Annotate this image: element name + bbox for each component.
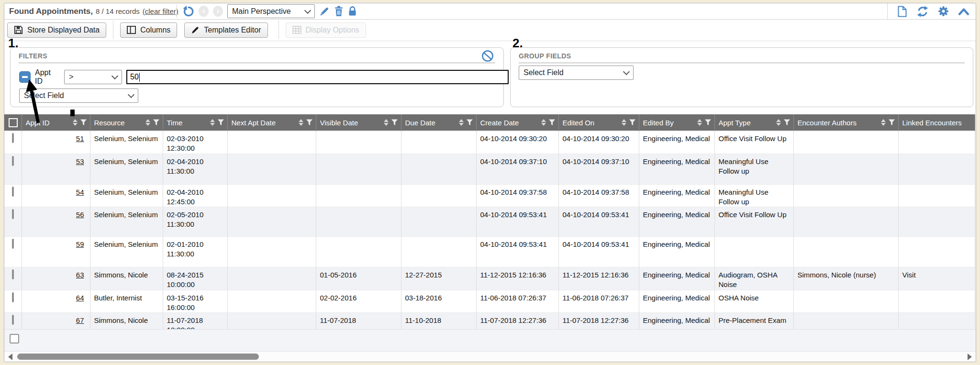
filter-funnel-icon[interactable] [783, 119, 791, 126]
scrollbar-thumb[interactable] [17, 354, 259, 360]
sort-icon[interactable] [145, 119, 150, 126]
appt-id-link[interactable]: 59 [76, 240, 84, 248]
next-perspective-icon[interactable]: › [213, 6, 223, 17]
appt-id-link[interactable]: 67 [76, 316, 84, 324]
filter-funnel-icon[interactable] [153, 119, 160, 126]
gear-icon[interactable] [938, 6, 949, 17]
column-header-resource[interactable]: Resource [90, 114, 163, 131]
row-checkbox[interactable] [12, 187, 14, 197]
filter-funnel-icon[interactable] [629, 119, 636, 126]
group-field-select[interactable]: Select Field [519, 66, 634, 80]
column-header-create-date[interactable]: Create Date [476, 114, 558, 131]
display-options-button[interactable]: Display Options [286, 22, 366, 38]
chevron-down-icon [111, 73, 118, 79]
filter-funnel-icon[interactable] [217, 119, 224, 126]
cell-appt-type: OSHA Noise [714, 290, 793, 313]
appt-id-link[interactable]: 51 [76, 134, 84, 143]
sort-icon[interactable] [776, 119, 781, 126]
column-header-time[interactable]: Time [163, 114, 227, 131]
filter-field-label: Appt ID [35, 68, 60, 86]
filter-funnel-icon[interactable] [306, 119, 313, 126]
refresh-icon[interactable] [917, 6, 928, 17]
group-fields-panel: GROUP FIELDS Select Field [510, 47, 973, 107]
prev-perspective-icon[interactable]: ‹ [199, 6, 209, 17]
perspective-select[interactable]: Main Perspective [227, 4, 315, 18]
clear-filters-icon[interactable] [481, 50, 494, 62]
appt-id-link[interactable]: 63 [76, 271, 84, 279]
column-header-linked-encounters[interactable]: Linked Encounters [898, 114, 975, 131]
row-checkbox[interactable] [12, 315, 14, 325]
column-header-due-date[interactable]: Due Date [401, 114, 476, 131]
sort-icon[interactable] [541, 119, 546, 126]
cell-time: 02-03-2010 12:30:00 [163, 131, 227, 154]
delete-perspective-icon[interactable] [334, 6, 344, 17]
column-header-edited-on[interactable]: Edited On [558, 114, 639, 131]
filter-funnel-icon[interactable] [466, 119, 473, 126]
sort-icon[interactable] [384, 119, 389, 126]
column-header-next-apt-date[interactable]: Next Apt Date [227, 114, 316, 131]
store-displayed-data-label: Store Displayed Data [27, 26, 100, 34]
sort-icon[interactable] [299, 119, 303, 126]
filter-funnel-icon[interactable] [548, 119, 556, 126]
sort-icon[interactable] [697, 119, 702, 126]
sort-icon[interactable] [73, 119, 78, 126]
sort-icon[interactable] [210, 119, 215, 126]
collapse-panel-icon[interactable] [958, 8, 969, 15]
cell-create-date: 11-06-2018 07:26:37 [476, 290, 558, 313]
group-field-value: Select Field [523, 68, 564, 77]
column-header-edited-by[interactable]: Edited By [639, 114, 714, 131]
columns-button[interactable]: Columns [120, 22, 177, 38]
cell-create-date: 04-10-2014 09:30:20 [476, 131, 558, 154]
filter-funnel-icon[interactable] [391, 119, 398, 126]
row-checkbox[interactable] [12, 156, 14, 166]
column-header-appt-id[interactable]: Appt ID [22, 114, 90, 131]
store-displayed-data-button[interactable]: Store Displayed Data [7, 22, 106, 38]
filter-value-input[interactable]: 50 [126, 70, 509, 84]
row-checkbox[interactable] [10, 334, 19, 343]
sort-icon[interactable] [459, 119, 464, 126]
scroll-right-icon[interactable] [968, 354, 972, 360]
filter-funnel-icon[interactable] [704, 119, 712, 126]
cell-due-date [401, 237, 476, 267]
appt-id-link[interactable]: 56 [76, 210, 84, 219]
horizontal-scrollbar[interactable] [4, 351, 976, 362]
column-header-visible-date[interactable]: Visible Date [316, 114, 401, 131]
edit-perspective-icon[interactable] [319, 6, 330, 17]
remove-filter-button[interactable] [19, 71, 31, 83]
sort-icon[interactable] [881, 119, 886, 126]
cell-edited-on: 11-12-2015 12:16:36 [558, 267, 639, 290]
column-header-encounter-authors[interactable]: Encounter Authors [793, 114, 898, 131]
column-label: Encounter Authors [798, 119, 879, 127]
cell-resource: Selenium, Selenium [90, 237, 163, 267]
appt-id-link[interactable]: 64 [76, 294, 84, 302]
cell-next-apt-date [227, 237, 316, 267]
lock-perspective-icon[interactable] [348, 6, 357, 17]
appt-id-link[interactable]: 54 [76, 188, 84, 196]
scroll-left-icon[interactable] [8, 354, 12, 360]
new-document-icon[interactable] [897, 6, 907, 17]
cell-appt-id: 64 [22, 290, 90, 313]
appt-id-link[interactable]: 53 [76, 157, 84, 166]
page-title: Found Appointments, [9, 7, 93, 16]
filter-funnel-icon[interactable] [888, 119, 895, 126]
cell-select [4, 184, 22, 207]
cell-resource: Butler, Internist [90, 290, 163, 313]
cell-create-date: 04-10-2014 09:53:41 [476, 237, 558, 267]
filter-funnel-icon[interactable] [80, 119, 87, 126]
filter-operator-select[interactable]: > [64, 70, 122, 84]
clear-filter-link[interactable]: (clear filter) [143, 7, 178, 15]
sort-icon[interactable] [622, 119, 626, 126]
row-checkbox[interactable] [12, 269, 14, 279]
add-filter-field-select[interactable]: Select Field [19, 88, 138, 103]
cell-time: 02-05-2010 11:30:00 [163, 207, 227, 237]
select-all-checkbox[interactable] [9, 118, 18, 127]
cell-select [4, 207, 22, 237]
chevron-down-icon [128, 91, 134, 98]
row-checkbox[interactable] [12, 239, 14, 249]
row-checkbox[interactable] [12, 133, 14, 143]
row-checkbox[interactable] [12, 209, 14, 219]
undo-icon[interactable] [182, 5, 194, 17]
column-header-appt-type[interactable]: Appt Type [714, 114, 793, 131]
templates-editor-button[interactable]: Templates Editor [184, 22, 267, 38]
row-checkbox[interactable] [12, 292, 14, 302]
